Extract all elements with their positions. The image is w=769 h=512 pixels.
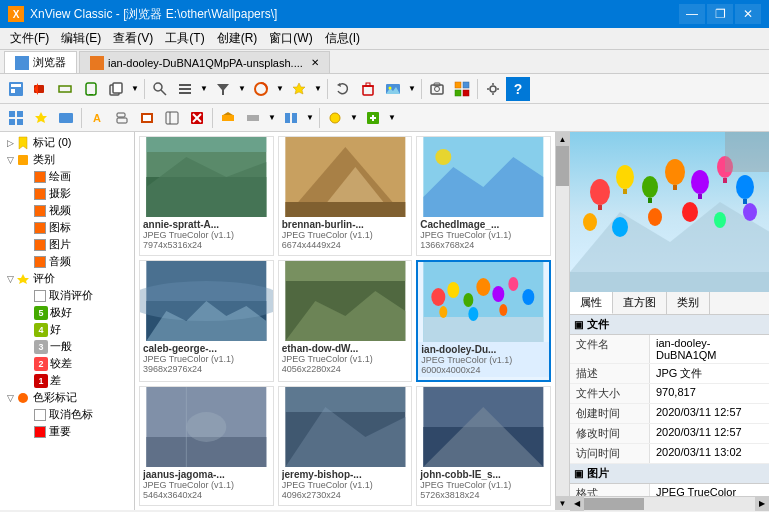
list-item[interactable]: ian-dooley-Du... JPEG TrueColor (v1.1) 6…	[416, 260, 551, 382]
prop-val-accessed: 2020/03/11 13:02	[650, 444, 769, 463]
list-item[interactable]: ethan-dow-dW... JPEG TrueColor (v1.1) 40…	[278, 260, 413, 382]
tree-rate-none[interactable]: 取消评价	[2, 287, 132, 304]
prop-tab-properties[interactable]: 属性	[570, 292, 613, 314]
tb-filter-dropdown[interactable]: ▼	[236, 77, 248, 101]
tb-star-dropdown[interactable]: ▼	[312, 77, 324, 101]
tb-help-btn[interactable]: ?	[506, 77, 530, 101]
tree-cat-photo[interactable]: 摄影	[2, 185, 132, 202]
prop-scrollbar-h[interactable]: ◀ ▶	[570, 496, 769, 510]
tb2-b-btn[interactable]	[110, 106, 134, 130]
tb2-e3-btn[interactable]	[279, 106, 303, 130]
prop-tab-histogram[interactable]: 直方图	[613, 292, 667, 314]
tree-rate-3[interactable]: 3 一般	[2, 338, 132, 355]
menu-view[interactable]: 查看(V)	[107, 28, 159, 49]
list-item[interactable]: annie-spratt-A... JPEG TrueColor (v1.1) …	[139, 136, 274, 256]
grid-scrollbar[interactable]: ▲ ▼	[555, 132, 569, 510]
tb-rotate-btn[interactable]	[331, 77, 355, 101]
tree-rating[interactable]: ▽ 评价	[2, 270, 132, 287]
tb-color-btn[interactable]	[249, 77, 273, 101]
tree-rate-1[interactable]: 1 差	[2, 372, 132, 389]
tb-filter-btn[interactable]	[211, 77, 235, 101]
list-item[interactable]: jeremy-bishop-... JPEG TrueColor (v1.1) …	[278, 386, 413, 506]
scroll-down-btn[interactable]: ▼	[556, 496, 570, 510]
tb2-c-btn[interactable]	[135, 106, 159, 130]
tb2-f1-btn[interactable]	[323, 106, 347, 130]
list-item[interactable]: john-cobb-IE_s... JPEG TrueColor (v1.1) …	[416, 386, 551, 506]
tree-cat-video[interactable]: 视频	[2, 202, 132, 219]
tb2-e2-dropdown[interactable]: ▼	[266, 106, 278, 130]
tb-star-btn[interactable]	[287, 77, 311, 101]
tb2-f2-btn[interactable]	[361, 106, 385, 130]
tb2-x-btn[interactable]	[185, 106, 209, 130]
tab-image[interactable]: ian-dooley-DuBNA1QMpPA-unsplash.... ✕	[79, 51, 330, 73]
tb-phone-btn[interactable]	[79, 77, 103, 101]
tb2-e1-btn[interactable]	[216, 106, 240, 130]
tb-copy-btn[interactable]	[104, 77, 128, 101]
tb-back-btn[interactable]	[29, 77, 53, 101]
tree-bookmarks[interactable]: ▷ 标记 (0)	[2, 134, 132, 151]
tree-cat-audio[interactable]: 音频	[2, 253, 132, 270]
scroll-track	[556, 146, 570, 496]
tb-image-dropdown[interactable]: ▼	[406, 77, 418, 101]
tb2-e2-btn[interactable]	[241, 106, 265, 130]
tb2-img-btn[interactable]	[54, 106, 78, 130]
list-item[interactable]: jaanus-jagoma-... JPEG TrueColor (v1.1) …	[139, 386, 274, 506]
svg-rect-1	[11, 84, 21, 87]
menu-window[interactable]: 窗口(W)	[263, 28, 318, 49]
tree-rate-4[interactable]: 4 好	[2, 321, 132, 338]
restore-button[interactable]: ❐	[707, 4, 733, 24]
tree-cat-painting[interactable]: 绘画	[2, 168, 132, 185]
scroll-left-btn[interactable]: ◀	[570, 497, 584, 511]
tb-forward-btn[interactable]	[54, 77, 78, 101]
svg-rect-37	[9, 111, 15, 117]
tab-browser[interactable]: 浏览器	[4, 51, 77, 73]
color-red-box	[34, 426, 46, 438]
list-item[interactable]: brennan-burlin-... JPEG TrueColor (v1.1)…	[278, 136, 413, 256]
h-scroll-thumb[interactable]	[584, 498, 644, 510]
prop-tab-category[interactable]: 类别	[667, 292, 710, 314]
tb2-thumb-btn[interactable]	[4, 106, 28, 130]
scroll-right-btn[interactable]: ▶	[755, 497, 769, 511]
tree-cat-image[interactable]: 图片	[2, 236, 132, 253]
tree-cat-icon[interactable]: 图标	[2, 219, 132, 236]
list-item[interactable]: CachedImage_... JPEG TrueColor (v1.1) 13…	[416, 136, 551, 256]
minimize-button[interactable]: —	[679, 4, 705, 24]
tree-colorlabel[interactable]: ▽ 色彩标记	[2, 389, 132, 406]
thumb-meta1-6: JPEG TrueColor (v1.1)	[421, 355, 546, 365]
tb-browser-btn[interactable]	[4, 77, 28, 101]
tb2-f2-dropdown[interactable]: ▼	[386, 106, 398, 130]
tb-color-dropdown[interactable]: ▼	[274, 77, 286, 101]
tb-copy-dropdown[interactable]: ▼	[129, 77, 141, 101]
tb-settings-btn[interactable]	[481, 77, 505, 101]
tree-color-none[interactable]: 取消色标	[2, 406, 132, 423]
tb-image-btn[interactable]	[381, 77, 405, 101]
tb-grid-btn[interactable]	[450, 77, 474, 101]
tb2-star-btn[interactable]	[29, 106, 53, 130]
tree-rate-2[interactable]: 2 较差	[2, 355, 132, 372]
scroll-up-btn[interactable]: ▲	[556, 132, 570, 146]
tb2-f1-dropdown[interactable]: ▼	[348, 106, 360, 130]
tree-rate-5[interactable]: 5 极好	[2, 304, 132, 321]
tree-color-red[interactable]: 重要	[2, 423, 132, 440]
close-button[interactable]: ✕	[735, 4, 761, 24]
tb-list-btn[interactable]	[173, 77, 197, 101]
menu-file[interactable]: 文件(F)	[4, 28, 55, 49]
tree-categories[interactable]: ▽ 类别	[2, 151, 132, 168]
svg-rect-28	[455, 82, 461, 88]
tb-camera-btn[interactable]	[425, 77, 449, 101]
tb2-e3-dropdown[interactable]: ▼	[304, 106, 316, 130]
section-expand-icon-2[interactable]: ▣	[574, 468, 583, 479]
scroll-thumb[interactable]	[556, 146, 570, 186]
tb-trash-btn[interactable]	[356, 77, 380, 101]
tb-magnify-btn[interactable]	[148, 77, 172, 101]
section-expand-icon[interactable]: ▣	[574, 319, 583, 330]
menu-create[interactable]: 创建(R)	[211, 28, 264, 49]
menu-edit[interactable]: 编辑(E)	[55, 28, 107, 49]
list-item[interactable]: caleb-george-... JPEG TrueColor (v1.1) 3…	[139, 260, 274, 382]
tb2-d-btn[interactable]	[160, 106, 184, 130]
tb2-a-btn[interactable]: A	[85, 106, 109, 130]
menu-tools[interactable]: 工具(T)	[159, 28, 210, 49]
menu-info[interactable]: 信息(I)	[319, 28, 366, 49]
tb-list-dropdown[interactable]: ▼	[198, 77, 210, 101]
tab-close-icon[interactable]: ✕	[311, 57, 319, 68]
